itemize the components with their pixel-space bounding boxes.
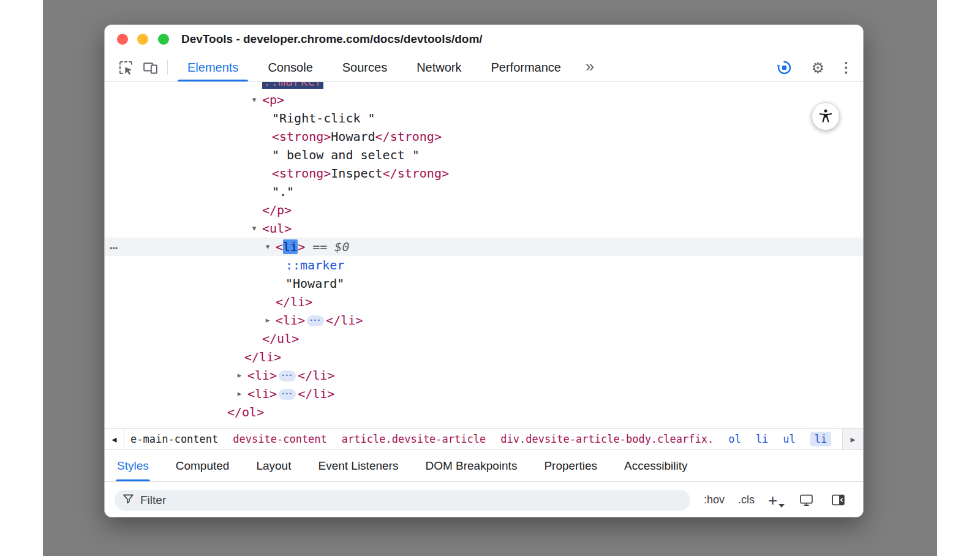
dom-tree-line: </ol> — [105, 403, 863, 421]
panel-tab-accessibility[interactable]: Accessibility — [624, 450, 687, 481]
expand-arrow-right-icon[interactable]: ▸ — [234, 385, 245, 403]
settings-icon[interactable]: ⚙ — [811, 61, 824, 75]
panel-tab-properties[interactable]: Properties — [544, 450, 597, 481]
dom-tree-row[interactable]: ▾<ul> — [105, 219, 863, 238]
dom-tree-row[interactable]: </ol> — [105, 403, 863, 421]
dom-tree-line: </li> — [105, 348, 863, 366]
breadcrumb-scroll-left-icon[interactable]: ◂ — [105, 429, 124, 449]
token-tag: <li> — [247, 368, 277, 383]
token-text: Howard — [331, 129, 375, 144]
token-text: " below and select " — [272, 148, 420, 162]
breadcrumb-item[interactable]: li — [756, 433, 768, 445]
toggle-sidebar-icon[interactable] — [829, 491, 847, 509]
dom-tree-line: </ul> — [105, 329, 863, 348]
styles-toolbar: Filter :hov .cls + — [105, 481, 863, 517]
token-text: "." — [272, 184, 294, 199]
device-toolbar-icon[interactable] — [138, 56, 162, 78]
panel-tab-layout[interactable]: Layout — [256, 450, 291, 481]
dom-tree-line: "Right-click " — [105, 109, 863, 127]
dom-tree-row[interactable]: ::marker — [105, 82, 863, 91]
breadcrumb: e-main-contentdevsite-contentarticle.dev… — [124, 429, 842, 449]
tab-sources[interactable]: Sources — [330, 53, 399, 81]
dom-tree-row[interactable]: </li> — [105, 293, 863, 311]
expand-arrow-down-icon[interactable]: ▾ — [249, 219, 260, 238]
collapsed-content-button[interactable]: ··· — [307, 315, 324, 326]
toggle-element-state-button[interactable]: :hov — [704, 494, 725, 506]
breadcrumb-item[interactable]: ul — [783, 433, 795, 445]
more-options-icon[interactable]: ⋮ — [839, 61, 853, 75]
token-tag: </p> — [262, 203, 292, 217]
dom-tree-row[interactable]: ▸<li>···</li> — [105, 311, 863, 329]
token-eq: == — [305, 239, 334, 254]
panel-tab-dom-breakpoints[interactable]: DOM Breakpoints — [425, 450, 517, 481]
devtools-tabs: ElementsConsoleSourcesNetworkPerformance — [175, 53, 578, 81]
plus-icon: + — [768, 491, 777, 509]
tab-network[interactable]: Network — [404, 53, 473, 81]
sync-icon[interactable] — [772, 57, 796, 79]
breadcrumb-item[interactable]: devsite-content — [233, 433, 327, 445]
dom-tree-row[interactable]: <strong>Howard</strong> — [105, 127, 863, 146]
dom-tree-row[interactable]: "." — [105, 182, 863, 201]
accessibility-button[interactable] — [812, 102, 840, 130]
collapsed-content-button[interactable]: ··· — [279, 389, 296, 400]
dom-tree-line: <p> — [105, 91, 863, 109]
collapsed-content-button[interactable]: ··· — [279, 370, 296, 381]
breadcrumb-item[interactable]: li — [810, 432, 831, 446]
dom-tree-row[interactable]: <strong>Inspect</strong> — [105, 164, 863, 182]
dom-tree-line: ::marker — [105, 82, 863, 91]
zoom-window-button[interactable] — [158, 34, 169, 45]
dom-tree-row[interactable]: ▾<p> — [105, 91, 863, 109]
dom-tree-row[interactable]: </li> — [105, 348, 863, 366]
dom-tree-line: <strong>Howard</strong> — [105, 127, 863, 146]
toolbar-right-icons: ⚙ ⋮ — [772, 53, 853, 82]
breadcrumb-item[interactable]: div.devsite-article-body.clearfix. — [500, 433, 714, 445]
token-tag: </li> — [298, 386, 334, 401]
inspect-element-icon[interactable] — [113, 56, 138, 78]
close-window-button[interactable] — [117, 34, 128, 45]
panel-tab-styles[interactable]: Styles — [117, 450, 149, 481]
dom-tree-row[interactable]: " below and select " — [105, 146, 863, 164]
dom-tree-row[interactable]: "Right-click " — [105, 109, 863, 127]
tab-elements[interactable]: Elements — [175, 53, 251, 81]
filter-placeholder: Filter — [140, 494, 166, 507]
token-tag: < — [276, 239, 283, 254]
token-sel: li — [283, 239, 298, 254]
dom-tree-line: "." — [105, 182, 863, 201]
dom-tree-row[interactable]: ▸<li>···</li> — [105, 366, 863, 385]
token-text: "Right-click " — [272, 111, 375, 126]
token-tag: <li> — [247, 386, 277, 401]
tab-performance[interactable]: Performance — [479, 53, 574, 81]
dom-tree-row[interactable]: </ul> — [105, 329, 863, 348]
gutter-ellipsis-icon[interactable]: … — [110, 236, 118, 254]
dom-tree-line: <ul> — [105, 219, 863, 238]
dom-tree-row[interactable]: ▸<li>···</li> — [105, 385, 863, 403]
panel-tab-computed[interactable]: Computed — [176, 450, 230, 481]
dom-tree-row[interactable]: ::marker — [105, 256, 863, 274]
dom-tree-row[interactable]: ▾…<li> == $0 — [105, 238, 863, 256]
expand-arrow-down-icon[interactable]: ▾ — [249, 91, 260, 109]
expand-arrow-right-icon[interactable]: ▸ — [262, 311, 273, 329]
breadcrumb-item[interactable]: e-main-content — [130, 433, 218, 445]
more-tabs-icon[interactable]: » — [586, 59, 594, 77]
dom-tree-line: "Howard" — [105, 274, 863, 293]
token-tag: <p> — [262, 92, 284, 107]
breadcrumb-scroll-right-icon[interactable]: ▸ — [842, 429, 863, 449]
token-tag: <strong> — [272, 129, 331, 144]
panel-tab-event-listeners[interactable]: Event Listeners — [318, 450, 398, 481]
token-tag: </li> — [244, 350, 281, 364]
rendering-icon[interactable] — [797, 491, 815, 509]
expand-arrow-down-icon[interactable]: ▾ — [262, 238, 273, 256]
filter-input[interactable]: Filter — [115, 490, 690, 511]
new-style-rule-button[interactable]: + — [768, 492, 783, 508]
minimize-window-button[interactable] — [137, 34, 148, 45]
expand-arrow-right-icon[interactable]: ▸ — [234, 366, 245, 385]
dom-tree-row[interactable]: </p> — [105, 201, 863, 219]
breadcrumb-item[interactable]: ol — [728, 433, 741, 445]
breadcrumb-item[interactable]: article.devsite-article — [342, 433, 486, 445]
element-classes-button[interactable]: .cls — [738, 494, 755, 506]
token-dollar: $0 — [334, 239, 349, 254]
tab-console[interactable]: Console — [255, 53, 325, 81]
token-text: "Howard" — [285, 276, 344, 291]
styles-panel-tabs: StylesComputedLayoutEvent ListenersDOM B… — [105, 449, 863, 481]
dom-tree-row[interactable]: "Howard" — [105, 274, 863, 293]
